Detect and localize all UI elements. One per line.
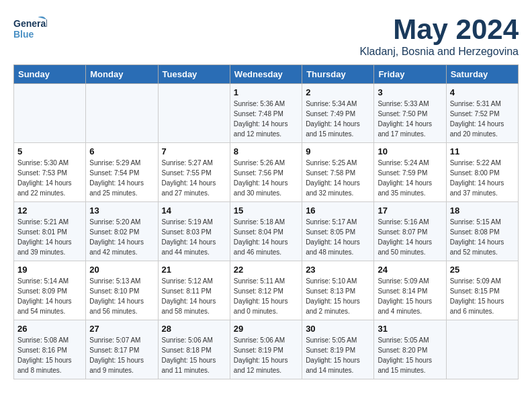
day-number: 4 <box>450 87 515 97</box>
cell-info: Sunrise: 5:08 AM Sunset: 8:16 PM Dayligh… <box>17 335 82 375</box>
month-title: May 2024 <box>359 13 519 46</box>
calendar-cell: 19Sunrise: 5:14 AM Sunset: 8:09 PM Dayli… <box>14 261 86 320</box>
calendar-cell: 28Sunrise: 5:06 AM Sunset: 8:18 PM Dayli… <box>158 320 230 379</box>
cell-info: Sunrise: 5:36 AM Sunset: 7:48 PM Dayligh… <box>234 99 298 139</box>
cell-info: Sunrise: 5:10 AM Sunset: 8:13 PM Dayligh… <box>306 276 370 316</box>
cell-info: Sunrise: 5:21 AM Sunset: 8:01 PM Dayligh… <box>17 217 82 257</box>
day-number: 23 <box>306 265 370 275</box>
cell-info: Sunrise: 5:30 AM Sunset: 7:53 PM Dayligh… <box>17 158 82 198</box>
calendar-cell <box>86 84 158 143</box>
cell-info: Sunrise: 5:11 AM Sunset: 8:12 PM Dayligh… <box>234 276 298 316</box>
cell-info: Sunrise: 5:31 AM Sunset: 7:52 PM Dayligh… <box>450 99 515 139</box>
cell-info: Sunrise: 5:06 AM Sunset: 8:18 PM Dayligh… <box>162 335 226 375</box>
day-number: 19 <box>17 265 82 275</box>
cell-info: Sunrise: 5:26 AM Sunset: 7:56 PM Dayligh… <box>234 158 298 198</box>
calendar-cell: 10Sunrise: 5:24 AM Sunset: 7:59 PM Dayli… <box>374 143 446 202</box>
day-number: 1 <box>234 87 298 97</box>
calendar-cell: 3Sunrise: 5:33 AM Sunset: 7:50 PM Daylig… <box>374 84 446 143</box>
column-header-thursday: Thursday <box>302 65 374 84</box>
cell-info: Sunrise: 5:34 AM Sunset: 7:49 PM Dayligh… <box>306 99 370 139</box>
day-number: 11 <box>450 146 515 156</box>
day-number: 29 <box>234 324 298 334</box>
calendar-cell: 21Sunrise: 5:12 AM Sunset: 8:11 PM Dayli… <box>158 261 230 320</box>
calendar-cell: 29Sunrise: 5:06 AM Sunset: 8:19 PM Dayli… <box>230 320 302 379</box>
day-number: 18 <box>450 205 515 216</box>
cell-info: Sunrise: 5:09 AM Sunset: 8:14 PM Dayligh… <box>378 276 442 316</box>
cell-info: Sunrise: 5:13 AM Sunset: 8:10 PM Dayligh… <box>89 276 154 316</box>
cell-info: Sunrise: 5:20 AM Sunset: 8:02 PM Dayligh… <box>89 217 154 257</box>
day-number: 30 <box>306 324 370 334</box>
cell-info: Sunrise: 5:22 AM Sunset: 8:00 PM Dayligh… <box>450 158 515 198</box>
page-header: General Blue May 2024 Kladanj, Bosnia an… <box>13 13 519 58</box>
calendar-cell: 11Sunrise: 5:22 AM Sunset: 8:00 PM Dayli… <box>446 143 518 202</box>
cell-info: Sunrise: 5:24 AM Sunset: 7:59 PM Dayligh… <box>378 158 442 198</box>
calendar-cell: 6Sunrise: 5:29 AM Sunset: 7:54 PM Daylig… <box>86 143 158 202</box>
day-number: 14 <box>162 205 226 216</box>
day-number: 15 <box>234 205 298 216</box>
day-number: 10 <box>378 146 442 156</box>
day-number: 2 <box>306 87 370 97</box>
day-number: 8 <box>234 146 298 156</box>
location-title: Kladanj, Bosnia and Herzegovina <box>359 46 519 58</box>
calendar-cell: 13Sunrise: 5:20 AM Sunset: 8:02 PM Dayli… <box>86 202 158 261</box>
calendar-cell: 2Sunrise: 5:34 AM Sunset: 7:49 PM Daylig… <box>302 84 374 143</box>
calendar-cell: 24Sunrise: 5:09 AM Sunset: 8:14 PM Dayli… <box>374 261 446 320</box>
week-row-5: 26Sunrise: 5:08 AM Sunset: 8:16 PM Dayli… <box>14 320 519 379</box>
calendar-cell: 8Sunrise: 5:26 AM Sunset: 7:56 PM Daylig… <box>230 143 302 202</box>
day-number: 12 <box>17 205 82 216</box>
column-header-sunday: Sunday <box>14 65 86 84</box>
calendar-cell: 16Sunrise: 5:17 AM Sunset: 8:05 PM Dayli… <box>302 202 374 261</box>
week-row-3: 12Sunrise: 5:21 AM Sunset: 8:01 PM Dayli… <box>14 202 519 261</box>
cell-info: Sunrise: 5:33 AM Sunset: 7:50 PM Dayligh… <box>378 99 442 139</box>
week-row-1: 1Sunrise: 5:36 AM Sunset: 7:48 PM Daylig… <box>14 84 519 143</box>
logo-icon: General Blue <box>13 13 47 44</box>
cell-info: Sunrise: 5:05 AM Sunset: 8:20 PM Dayligh… <box>378 335 442 375</box>
cell-info: Sunrise: 5:07 AM Sunset: 8:17 PM Dayligh… <box>89 335 154 375</box>
calendar-cell: 31Sunrise: 5:05 AM Sunset: 8:20 PM Dayli… <box>374 320 446 379</box>
column-header-wednesday: Wednesday <box>230 65 302 84</box>
calendar-cell: 7Sunrise: 5:27 AM Sunset: 7:55 PM Daylig… <box>158 143 230 202</box>
cell-info: Sunrise: 5:06 AM Sunset: 8:19 PM Dayligh… <box>234 335 298 375</box>
column-header-friday: Friday <box>374 65 446 84</box>
calendar-cell: 9Sunrise: 5:25 AM Sunset: 7:58 PM Daylig… <box>302 143 374 202</box>
day-number: 7 <box>162 146 226 156</box>
calendar-cell: 15Sunrise: 5:18 AM Sunset: 8:04 PM Dayli… <box>230 202 302 261</box>
day-number: 16 <box>306 205 370 216</box>
calendar-cell <box>446 320 518 379</box>
day-number: 22 <box>234 265 298 275</box>
cell-info: Sunrise: 5:25 AM Sunset: 7:58 PM Dayligh… <box>306 158 370 198</box>
week-row-2: 5Sunrise: 5:30 AM Sunset: 7:53 PM Daylig… <box>14 143 519 202</box>
calendar-header-row: SundayMondayTuesdayWednesdayThursdayFrid… <box>14 65 519 84</box>
calendar-cell: 12Sunrise: 5:21 AM Sunset: 8:01 PM Dayli… <box>14 202 86 261</box>
day-number: 6 <box>89 146 154 156</box>
calendar-table: SundayMondayTuesdayWednesdayThursdayFrid… <box>13 64 519 379</box>
day-number: 28 <box>162 324 226 334</box>
day-number: 31 <box>378 324 442 334</box>
column-header-tuesday: Tuesday <box>158 65 230 84</box>
day-number: 9 <box>306 146 370 156</box>
cell-info: Sunrise: 5:09 AM Sunset: 8:15 PM Dayligh… <box>450 276 515 316</box>
cell-info: Sunrise: 5:14 AM Sunset: 8:09 PM Dayligh… <box>17 276 82 316</box>
logo: General Blue <box>13 13 47 46</box>
calendar-cell: 1Sunrise: 5:36 AM Sunset: 7:48 PM Daylig… <box>230 84 302 143</box>
column-header-monday: Monday <box>86 65 158 84</box>
day-number: 5 <box>17 146 82 156</box>
cell-info: Sunrise: 5:12 AM Sunset: 8:11 PM Dayligh… <box>162 276 226 316</box>
calendar-cell: 27Sunrise: 5:07 AM Sunset: 8:17 PM Dayli… <box>86 320 158 379</box>
calendar-cell <box>14 84 86 143</box>
cell-info: Sunrise: 5:05 AM Sunset: 8:19 PM Dayligh… <box>306 335 370 375</box>
cell-info: Sunrise: 5:29 AM Sunset: 7:54 PM Dayligh… <box>89 158 154 198</box>
day-number: 3 <box>378 87 442 97</box>
calendar-cell: 30Sunrise: 5:05 AM Sunset: 8:19 PM Dayli… <box>302 320 374 379</box>
day-number: 20 <box>89 265 154 275</box>
day-number: 13 <box>89 205 154 216</box>
calendar-cell: 18Sunrise: 5:15 AM Sunset: 8:08 PM Dayli… <box>446 202 518 261</box>
svg-text:Blue: Blue <box>13 29 34 40</box>
calendar-cell: 5Sunrise: 5:30 AM Sunset: 7:53 PM Daylig… <box>14 143 86 202</box>
cell-info: Sunrise: 5:15 AM Sunset: 8:08 PM Dayligh… <box>450 217 515 257</box>
day-number: 27 <box>89 324 154 334</box>
calendar-cell: 25Sunrise: 5:09 AM Sunset: 8:15 PM Dayli… <box>446 261 518 320</box>
cell-info: Sunrise: 5:27 AM Sunset: 7:55 PM Dayligh… <box>162 158 226 198</box>
cell-info: Sunrise: 5:18 AM Sunset: 8:04 PM Dayligh… <box>234 217 298 257</box>
day-number: 25 <box>450 265 515 275</box>
